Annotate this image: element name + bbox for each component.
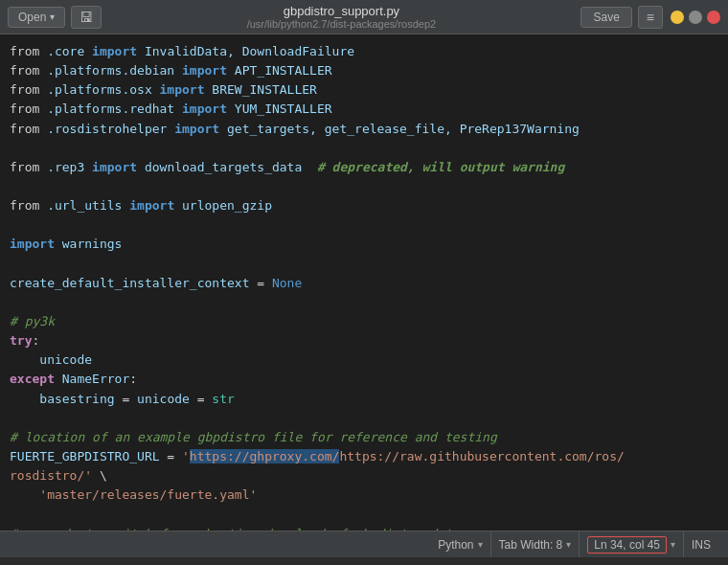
ln-col-label: Ln 34, col 45 bbox=[587, 536, 667, 554]
ins-label: INS bbox=[692, 538, 711, 552]
open-button[interactable]: Open ▾ bbox=[8, 7, 65, 28]
python-label: Python bbox=[438, 538, 473, 552]
code-editor[interactable]: from .core import InvalidData, DownloadF… bbox=[0, 34, 728, 531]
python-status[interactable]: Python ▾ bbox=[430, 531, 490, 557]
ln-col-status[interactable]: Ln 34, col 45 ▾ bbox=[580, 531, 684, 557]
ins-status: INS bbox=[684, 531, 718, 557]
tab-width-status[interactable]: Tab Width: 8 ▾ bbox=[491, 531, 580, 557]
window-controls bbox=[671, 11, 720, 24]
open-label: Open bbox=[18, 11, 46, 24]
code-content: from .core import InvalidData, DownloadF… bbox=[0, 42, 728, 531]
filepath-label: /usr/lib/python2.7/dist-packages/rosdep2 bbox=[102, 18, 580, 30]
col-label: col 45 bbox=[629, 538, 660, 552]
tab-width-chevron: ▾ bbox=[566, 539, 571, 550]
tab-width-label: Tab Width: 8 bbox=[499, 538, 563, 552]
save-button[interactable]: Save bbox=[580, 7, 631, 28]
maximize-button[interactable] bbox=[689, 11, 702, 24]
file-icon: 🖫 bbox=[80, 10, 93, 25]
minimize-button[interactable] bbox=[671, 11, 684, 24]
filename-label: gbpdistro_support.py bbox=[102, 4, 580, 18]
statusbar: Python ▾ Tab Width: 8 ▾ Ln 34, col 45 ▾ … bbox=[0, 531, 728, 557]
ln-col-chevron: ▾ bbox=[671, 539, 675, 550]
close-button[interactable] bbox=[707, 11, 720, 24]
chevron-down-icon: ▾ bbox=[50, 11, 55, 22]
title-center: gbpdistro_support.py /usr/lib/python2.7/… bbox=[102, 4, 580, 30]
titlebar: Open ▾ 🖫 gbpdistro_support.py /usr/lib/p… bbox=[0, 0, 728, 34]
file-icon-button[interactable]: 🖫 bbox=[71, 6, 102, 29]
python-chevron: ▾ bbox=[478, 539, 483, 550]
ln-label: Ln 34, bbox=[594, 538, 626, 552]
menu-button[interactable]: ≡ bbox=[638, 6, 663, 29]
